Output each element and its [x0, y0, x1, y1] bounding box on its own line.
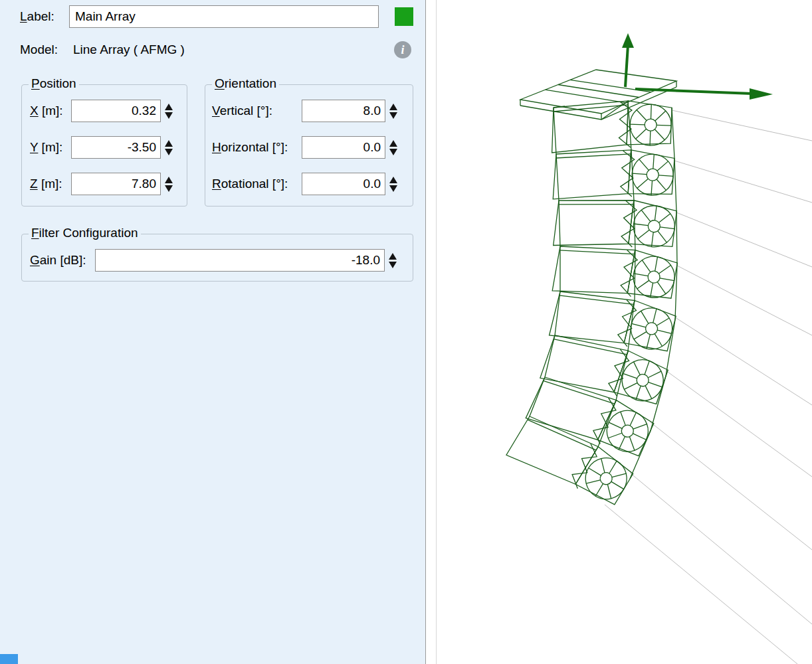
label-accel: L — [20, 9, 27, 23]
horizontal-accel: H — [212, 140, 221, 154]
bottom-left-accent — [0, 654, 18, 664]
z-spinner[interactable] — [163, 177, 175, 192]
y-rest: [m]: — [38, 140, 62, 154]
horizontal-rest: orizontal [°]: — [221, 140, 288, 154]
x-label: X [m]: — [30, 104, 71, 118]
rotational-row: Rotational [°]: — [212, 173, 406, 195]
gain-accel: G — [30, 253, 40, 267]
line-array-wireframe — [437, 0, 812, 664]
y-spinner[interactable] — [163, 140, 175, 155]
spin-up-icon[interactable] — [389, 177, 397, 183]
z-accel: Z — [30, 177, 38, 191]
horizontal-row: Horizontal [°]: — [212, 136, 406, 159]
horizontal-label: Horizontal [°]: — [212, 140, 302, 155]
rotational-input[interactable] — [302, 173, 385, 195]
color-swatch[interactable] — [395, 7, 413, 26]
y-accel: Y — [30, 140, 38, 154]
label-input[interactable] — [69, 5, 379, 28]
filter-configuration-group: Filter Configuration Gain [dB]: — [21, 234, 413, 282]
spin-down-icon[interactable] — [389, 112, 397, 119]
horizontal-input[interactable] — [302, 136, 385, 159]
rotational-spinner[interactable] — [387, 177, 399, 192]
gain-spinner[interactable] — [387, 253, 399, 268]
y-label: Y [m]: — [30, 140, 71, 155]
position-group-title: Position — [29, 76, 79, 91]
x-accel: X — [30, 104, 39, 118]
orientation-group-title: Orientation — [212, 76, 279, 91]
x-rest: [m]: — [39, 104, 63, 118]
properties-panel: Label: Model: Line Array ( AFMG ) i Posi… — [0, 0, 426, 664]
y-input[interactable] — [71, 136, 161, 159]
vertical-spinner[interactable] — [387, 104, 399, 119]
model-row: Model: Line Array ( AFMG ) i — [20, 41, 411, 59]
rotational-rest: otational [°]: — [221, 177, 288, 191]
spin-up-icon[interactable] — [389, 140, 397, 147]
aiming-lines — [605, 110, 812, 664]
filter-group-title: Filter Configuration — [29, 226, 141, 240]
vertical-rest: ertical [°]: — [220, 104, 272, 118]
gain-input[interactable] — [95, 249, 385, 272]
spin-down-icon[interactable] — [389, 185, 397, 192]
position-title-rest: osition — [40, 76, 76, 90]
spin-down-icon[interactable] — [389, 149, 397, 155]
horizontal-spinner[interactable] — [387, 140, 399, 155]
vertical-accel: V — [212, 104, 220, 118]
y-row: Y [m]: — [30, 136, 179, 159]
z-input[interactable] — [71, 173, 161, 195]
rotational-accel: R — [212, 177, 221, 191]
right-axis-arrow-icon — [750, 88, 773, 100]
rotational-label: Rotational [°]: — [212, 177, 302, 191]
filter-title-accel: F — [31, 226, 39, 240]
label-row: Label: — [20, 5, 413, 28]
flying-frame — [520, 70, 676, 120]
spin-up-icon[interactable] — [165, 104, 173, 110]
z-row: Z [m]: — [30, 173, 179, 195]
label-rest: abel: — [27, 9, 54, 23]
orientation-group: Orientation Vertical [°]: Horizontal [°]… — [205, 84, 413, 207]
spin-up-icon[interactable] — [165, 140, 173, 147]
position-title-accel: P — [31, 76, 40, 90]
label-field-label: Label: — [20, 9, 69, 24]
orientation-title-accel: O — [215, 76, 225, 90]
speaker-editor-window: Label: Model: Line Array ( AFMG ) i Posi… — [0, 0, 812, 664]
gain-rest: ain [dB]: — [40, 253, 86, 267]
axes-arrows — [622, 33, 773, 100]
filter-title-rest: ilter Configuration — [39, 226, 138, 240]
x-spinner[interactable] — [163, 104, 175, 119]
model-caption: Model: — [20, 42, 73, 57]
spin-up-icon[interactable] — [389, 104, 397, 110]
vertical-input[interactable] — [302, 100, 385, 122]
spin-up-icon[interactable] — [389, 253, 397, 260]
gain-row: Gain [dB]: — [30, 249, 405, 272]
model-value: Line Array ( AFMG ) — [73, 42, 394, 57]
panel-splitter[interactable] — [426, 0, 437, 664]
rigging-rails — [530, 101, 677, 479]
vertical-label: Vertical [°]: — [212, 104, 302, 118]
spin-down-icon[interactable] — [165, 149, 173, 155]
x-input[interactable] — [71, 100, 161, 122]
up-axis-arrow-icon — [622, 33, 634, 48]
orientation-title-rest: rientation — [225, 76, 276, 90]
vertical-row: Vertical [°]: — [212, 100, 406, 122]
info-glyph: i — [401, 44, 404, 56]
position-group: Position X [m]: Y [m]: Z [m]: — [21, 84, 187, 207]
z-rest: [m]: — [38, 177, 62, 191]
line-array-cabinets — [506, 98, 678, 516]
spin-down-icon[interactable] — [389, 262, 397, 268]
spin-up-icon[interactable] — [165, 177, 173, 183]
info-icon[interactable]: i — [394, 41, 411, 58]
x-row: X [m]: — [30, 100, 179, 122]
3d-viewport[interactable] — [437, 0, 812, 664]
z-label: Z [m]: — [30, 177, 71, 191]
spin-down-icon[interactable] — [165, 112, 173, 119]
gain-label: Gain [dB]: — [30, 253, 95, 268]
spin-down-icon[interactable] — [165, 185, 173, 192]
